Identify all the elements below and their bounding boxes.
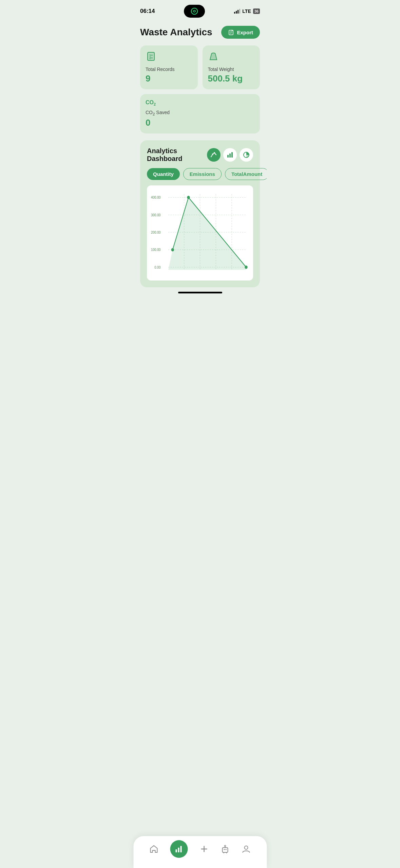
export-icon [228,29,234,35]
records-icon: 1= 2= [146,51,192,63]
signal-bar-1 [234,12,235,14]
camera-pill [184,5,205,18]
svg-rect-9 [229,153,231,158]
total-weight-value: 500.5 kg [208,73,255,84]
svg-point-6 [212,153,213,155]
main-content: Waste Analytics Export 1= 2= Total Recor… [133,20,267,296]
data-point-1 [171,248,174,252]
page-title: Waste Analytics [140,27,212,38]
lte-label: LTE [242,8,251,14]
signal-bars [234,9,240,14]
co2-card: CO2 CO2 Saved 0 [140,94,260,133]
export-button[interactable]: Export [221,26,260,39]
page-header: Waste Analytics Export [140,26,260,39]
data-point-3 [245,266,248,269]
battery-indicator: 36 [253,8,260,14]
co2-value: 0 [146,117,254,128]
svg-marker-26 [168,197,246,270]
svg-point-0 [191,8,197,14]
signal-bar-2 [236,11,237,14]
line-chart-svg: 400.00 300.00 200.00 100.00 0.00 [151,191,249,276]
total-records-label: Total Records [146,67,192,72]
status-right: LTE 36 [234,8,260,14]
svg-text:100.00: 100.00 [151,248,161,252]
svg-text:400.00: 400.00 [151,196,161,200]
signal-bar-4 [239,9,240,14]
total-weight-label: Total Weight [208,67,255,72]
data-point-2 [187,196,190,199]
stats-row: 1= 2= Total Records 9 Total Weight 500.5… [140,46,260,89]
total-records-card: 1= 2= Total Records 9 [140,46,198,89]
emissions-tab[interactable]: Emissions [183,168,222,180]
total-amount-tab[interactable]: TotalAmount [225,168,267,180]
analytics-title: Analytics Dashboard [147,147,207,163]
svg-text:300.00: 300.00 [151,213,161,217]
bar-chart-icon [227,151,233,158]
svg-text:0.00: 0.00 [154,265,161,269]
filter-tabs: Quantity Emissions TotalAmount [147,168,253,180]
signal-bar-3 [237,10,239,14]
co2-icon: CO2 [146,100,254,106]
quantity-tab[interactable]: Quantity [147,168,180,180]
weight-icon [208,51,255,63]
status-bar: 06:14 LTE 36 [133,0,267,20]
total-weight-card: Total Weight 500.5 kg [203,46,260,89]
chart-type-buttons [207,148,253,162]
pie-chart-icon [243,151,250,158]
pie-chart-button[interactable] [240,148,253,162]
analytics-header: Analytics Dashboard [147,147,253,163]
line-chart-icon [210,151,217,158]
analytics-dashboard: Analytics Dashboard [140,140,260,287]
svg-text:2=: 2= [149,56,153,60]
line-chart-button[interactable] [207,148,221,162]
svg-point-7 [214,152,215,153]
co2-label: CO2 Saved [146,110,254,116]
home-indicator [178,292,222,293]
bar-chart-button[interactable] [223,148,237,162]
svg-rect-8 [227,155,229,158]
status-time: 06:14 [140,8,155,15]
svg-rect-10 [231,152,233,158]
chart-container: 400.00 300.00 200.00 100.00 0.00 [147,185,253,281]
export-label: Export [237,30,253,35]
total-records-value: 9 [146,73,192,84]
svg-text:200.00: 200.00 [151,230,161,234]
camera-icon [191,7,198,15]
